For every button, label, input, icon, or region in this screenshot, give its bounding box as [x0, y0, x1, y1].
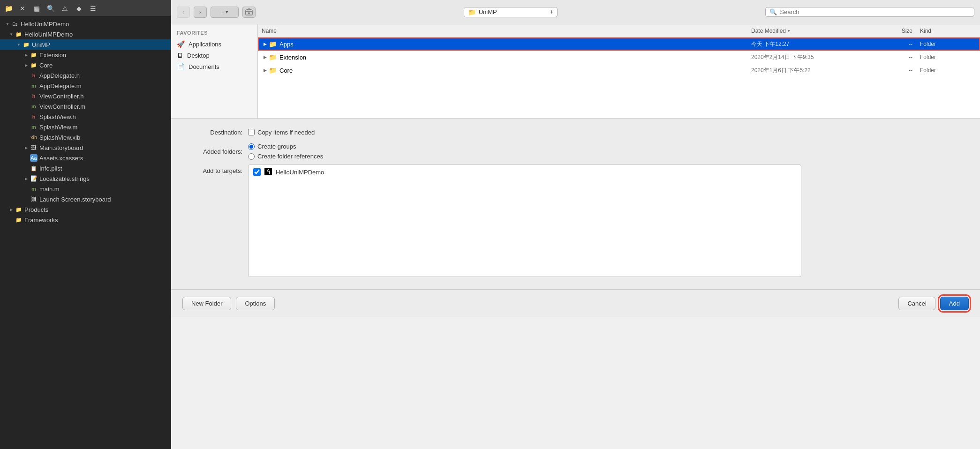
tree-item-assets[interactable]: Aa Assets.xcassets — [0, 153, 171, 163]
file-row-date: 今天 下午12:27 — [751, 40, 873, 48]
storyboard-icon: 🖼 — [30, 144, 38, 151]
copy-items-checkbox[interactable] — [248, 129, 255, 135]
file-row-kind: Folder — [920, 67, 976, 74]
search-box: 🔍 — [765, 7, 974, 17]
folder-icon: 📁 — [268, 53, 277, 61]
warning-icon[interactable]: ⚠ — [60, 4, 69, 13]
tree-item-appdelegate-h[interactable]: h AppDelegate.h — [0, 70, 171, 81]
h-file-icon: h — [30, 113, 38, 120]
new-folder-button[interactable]: New Folder — [182, 297, 231, 310]
tree-item-splashview-h[interactable]: h SplashView.h — [0, 112, 171, 122]
tree-item-info-plist[interactable]: 📋 Info.plist — [0, 163, 171, 173]
documents-icon: 📄 — [177, 63, 185, 70]
target-item-hello[interactable]: 🅰 HelloUniMPDemo — [249, 165, 801, 179]
xib-file-icon: xib — [30, 134, 38, 141]
col-name[interactable]: Name — [262, 28, 751, 34]
create-references-label[interactable]: Create folder references — [248, 153, 323, 160]
tree-item-launch-screen[interactable]: 🖼 Launch Screen.storyboard — [0, 194, 171, 204]
disclosure-icon — [23, 144, 30, 151]
tree-item-root[interactable]: 🗂 HelloUniMPDemo — [0, 19, 171, 29]
sidebar-item-applications[interactable]: 🚀 Applications — [171, 38, 257, 50]
x-icon[interactable]: ✕ — [18, 4, 27, 13]
col-date-modified[interactable]: Date Modified ▾ — [751, 28, 873, 34]
tree-item-viewcontroller-m[interactable]: m ViewController.m — [0, 101, 171, 112]
folder-blue-icon: 📁 — [23, 41, 30, 48]
list-icon[interactable]: ☰ — [88, 4, 98, 13]
file-row-name: Core — [279, 67, 751, 74]
target-name: HelloUniMPDemo — [276, 169, 324, 176]
tree-item-label: Launch Screen.storyboard — [39, 196, 111, 203]
tree-item-localizable[interactable]: 📝 Localizable.strings — [0, 173, 171, 184]
search-icon[interactable]: 🔍 — [46, 4, 55, 13]
create-groups-label[interactable]: Create groups — [248, 143, 296, 150]
tree-item-extension[interactable]: 📁 Extension — [0, 50, 171, 60]
forward-button[interactable]: › — [194, 7, 207, 18]
tree-item-core[interactable]: 📁 Core — [0, 60, 171, 70]
row-disclosure-icon: ▶ — [262, 55, 268, 60]
create-groups-radio[interactable] — [248, 143, 255, 150]
file-row-extension[interactable]: ▶ 📁 Extension 2020年2月14日 下午9:35 -- Folde… — [258, 51, 980, 64]
tree-item-viewcontroller-h[interactable]: h ViewController.h — [0, 91, 171, 101]
products-folder-icon: 📁 — [15, 206, 23, 213]
file-row-core[interactable]: ▶ 📁 Core 2020年1月6日 下午5:22 -- Folder — [258, 64, 980, 77]
tree-item-label: main.m — [39, 186, 60, 193]
location-selector[interactable]: 📁 UniMP ⬍ — [464, 7, 558, 17]
folder-icon: 📁 — [268, 66, 277, 75]
tree-item-unimp[interactable]: 📁 UniMP — [0, 39, 171, 50]
tree-item-label: UniMP — [32, 41, 50, 48]
forward-icon: › — [199, 9, 201, 15]
file-list-rows: ▶ 📁 Apps 今天 下午12:27 -- Folder ▶ 📁 Extens… — [258, 37, 980, 118]
add-to-targets-value: 🅰 HelloUniMPDemo — [248, 165, 801, 277]
back-icon: ‹ — [182, 9, 184, 15]
location-folder-icon: 📁 — [468, 8, 476, 16]
favorites-panel: Favorites 🚀 Applications 🖥 Desktop 📄 Doc… — [171, 24, 258, 118]
favorites-title: Favorites — [171, 28, 257, 38]
create-references-radio[interactable] — [248, 153, 255, 160]
tree-item-appdelegate-m[interactable]: m AppDelegate.m — [0, 81, 171, 91]
m-file-icon: m — [30, 82, 38, 90]
tree-item-main-m[interactable]: m main.m — [0, 184, 171, 194]
tree-item-main-storyboard[interactable]: 🖼 Main.storyboard — [0, 142, 171, 153]
tree-item-label: AppDelegate.m — [39, 82, 82, 90]
destination-row: Destination: Copy items if needed — [182, 126, 969, 138]
destination-checkbox-label[interactable]: Copy items if needed — [248, 129, 315, 136]
folder-icon: 📁 — [30, 61, 38, 69]
tree-item-label: ViewController.m — [39, 103, 85, 110]
file-browser-toolbar: ‹ › ≡ ▾ 📁 UniMP ⬍ 🔍 — [171, 0, 980, 24]
col-size[interactable]: Size — [873, 28, 920, 34]
tree-item-products[interactable]: 📁 Products — [0, 204, 171, 215]
sidebar-item-desktop[interactable]: 🖥 Desktop — [171, 50, 257, 61]
cancel-button[interactable]: Cancel — [898, 297, 935, 310]
tree-item-splashview-m[interactable]: m SplashView.m — [0, 122, 171, 132]
options-area: Destination: Copy items if needed Added … — [171, 118, 980, 289]
create-groups-text: Create groups — [257, 143, 296, 150]
file-row-apps[interactable]: ▶ 📁 Apps 今天 下午12:27 -- Folder — [258, 37, 980, 51]
h-file-icon: h — [30, 92, 38, 100]
dialog-panel: ‹ › ≡ ▾ 📁 UniMP ⬍ 🔍 — [171, 0, 980, 449]
target-checkbox[interactable] — [253, 168, 261, 176]
disclosure-icon — [8, 206, 15, 213]
add-folder-button[interactable] — [242, 7, 256, 18]
add-button[interactable]: Add — [940, 297, 969, 310]
folder-icon[interactable]: 📁 — [4, 4, 13, 13]
search-input[interactable] — [780, 8, 970, 15]
file-row-size: -- — [873, 67, 920, 74]
file-row-name: Extension — [279, 54, 751, 61]
tree-item-label: Main.storyboard — [39, 144, 83, 151]
back-button[interactable]: ‹ — [177, 7, 190, 18]
file-row-date: 2020年2月14日 下午9:35 — [751, 53, 873, 61]
tree-item-splashview-xib[interactable]: xib SplashView.xib — [0, 132, 171, 142]
tree-item-frameworks[interactable]: 📁 Frameworks — [0, 215, 171, 225]
added-folders-value: Create groups Create folder references — [248, 143, 323, 160]
col-kind[interactable]: Kind — [920, 28, 976, 34]
view-options-button[interactable]: ≡ ▾ — [211, 7, 239, 18]
grid-icon[interactable]: ▦ — [32, 4, 41, 13]
diamond-icon[interactable]: ◆ — [74, 4, 83, 13]
tree-item-label: HelloUniMPDemo — [21, 21, 69, 28]
options-button[interactable]: Options — [236, 297, 275, 310]
tree-item-hello-group[interactable]: 📁 HelloUniMPDemo — [0, 29, 171, 39]
favorites-item-label: Documents — [188, 63, 219, 70]
storyboard-icon: 🖼 — [30, 195, 38, 203]
sidebar-item-documents[interactable]: 📄 Documents — [171, 61, 257, 72]
tree-item-label: AppDelegate.h — [39, 72, 80, 79]
